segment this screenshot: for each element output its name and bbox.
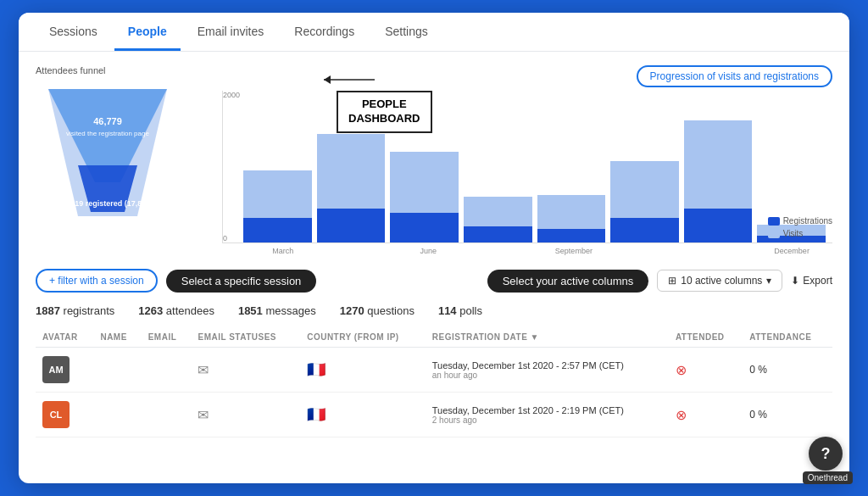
tab-email-invites[interactable]: Email invites (184, 13, 278, 51)
export-label: Export (803, 275, 832, 287)
avatar: AM (42, 356, 70, 383)
attendance-percentage: 0 % (749, 364, 767, 376)
x-axis-labels: MarchJuneSeptemberDecember (222, 243, 832, 255)
people-table-wrap: AVATAR NAME EMAIL EMAIL STATUSES COUNTRY… (36, 327, 832, 437)
cell-reg-date: Tuesday, December 1st 2020 - 2:57 PM (CE… (426, 348, 669, 393)
filter-bar: + filter with a session Select a specifi… (36, 269, 832, 293)
x-axis-label: March (249, 247, 317, 255)
tab-settings[interactable]: Settings (371, 13, 442, 51)
cell-email (142, 348, 192, 393)
tab-sessions[interactable]: Sessions (36, 13, 111, 51)
svg-text:8,319 registered (17,8%): 8,319 registered (17,8%) (64, 199, 152, 208)
bar-registrations (610, 218, 679, 242)
bar-registrations (390, 213, 459, 242)
col-avatar: AVATAR (36, 327, 93, 348)
session-select-label: Select a specific session (166, 270, 317, 293)
cell-avatar: AM (36, 348, 93, 393)
legend-dot-visits (768, 230, 780, 238)
cell-country: 🇫🇷 (300, 348, 426, 393)
registration-date: Tuesday, December 1st 2020 - 2:57 PM (CE… (432, 360, 662, 371)
x-axis-label (322, 247, 390, 255)
filter-session-button[interactable]: + filter with a session (36, 269, 158, 293)
x-axis-label: December (758, 247, 826, 255)
bar-visits (537, 195, 606, 229)
bar-visits (317, 134, 386, 209)
columns-icon: ⊞ (668, 275, 676, 287)
bar-registrations (243, 218, 312, 242)
email-status-icon: ✉ (198, 363, 209, 377)
svg-text:46,779: 46,779 (93, 116, 122, 126)
main-window: Sessions People Email invites Recordings… (19, 13, 849, 483)
bar-group (390, 152, 459, 242)
attended-icon: ⊗ (676, 363, 687, 377)
col-attendance: ATTENDANCE (743, 327, 832, 348)
col-country: COUNTRY (FROM IP) (300, 327, 426, 348)
bar-group (610, 161, 679, 242)
x-axis-label (686, 247, 754, 255)
country-flag: 🇫🇷 (307, 406, 326, 423)
attendance-percentage: 0 % (749, 409, 767, 421)
legend-label-visits: Visits (783, 229, 804, 238)
columns-btn-label: 10 active columns (681, 275, 762, 287)
table-row: CL✉🇫🇷Tuesday, December 1st 2020 - 2:19 P… (36, 393, 832, 437)
cell-reg-date: Tuesday, December 1st 2020 - 2:19 PM (CE… (426, 393, 669, 437)
bar-group (464, 197, 532, 242)
bar-chart: 2000 0 MarchJuneSeptemberDecember (222, 91, 832, 255)
chevron-down-icon: ▾ (766, 275, 771, 287)
bar-chart-inner: 2000 0 (222, 91, 832, 243)
active-columns-button[interactable]: ⊞ 10 active columns ▾ (657, 270, 782, 292)
x-axis-label (467, 247, 535, 255)
cell-avatar: CL (36, 393, 93, 437)
bar-visits (464, 197, 532, 226)
cell-name (93, 348, 141, 393)
cell-email (142, 393, 192, 437)
x-axis-label (613, 247, 681, 255)
bar-registrations (537, 229, 606, 242)
legend-dot-registrations (768, 217, 780, 226)
table-row: AM✉🇫🇷Tuesday, December 1st 2020 - 2:57 P… (36, 348, 832, 393)
stat-questions: 1270 questions (340, 304, 415, 317)
onethread-label: Onethread (803, 471, 853, 484)
stat-attendees: 1263 attendees (138, 304, 214, 317)
tab-recordings[interactable]: Recordings (281, 13, 368, 51)
bar-group (243, 170, 312, 242)
legend-visits: Visits (768, 229, 832, 238)
stat-messages: 1851 messages (238, 304, 316, 317)
col-name: NAME (93, 327, 141, 348)
registration-time-ago: an hour ago (432, 371, 662, 380)
col-attended: ATTENDED (669, 327, 743, 348)
progression-button[interactable]: Progression of visits and registrations (637, 65, 832, 87)
funnel-chart: 46,779 visited the registration page 8,3… (36, 81, 180, 225)
chart-area: Attendees funnel 46,779 visited the regi… (36, 65, 832, 255)
cell-email-status: ✉ (191, 348, 300, 393)
stat-polls: 114 polls (438, 304, 482, 317)
cell-email-status: ✉ (191, 393, 300, 437)
y-label-bottom: 0 (223, 234, 240, 242)
registration-time-ago: 2 hours ago (432, 415, 662, 425)
avatar: CL (42, 401, 70, 428)
legend-label-registrations: Registrations (783, 216, 832, 226)
cell-attendance-pct: 0 % (743, 348, 832, 393)
people-table: AVATAR NAME EMAIL EMAIL STATUSES COUNTRY… (36, 327, 832, 437)
people-dashboard-label: PEOPLEDASHBOARD (337, 91, 432, 133)
cell-attended: ⊗ (669, 393, 743, 437)
bar-group (317, 134, 386, 242)
cell-country: 🇫🇷 (300, 393, 426, 437)
export-button[interactable]: ⬇ Export (791, 275, 832, 287)
tab-bar: Sessions People Email invites Recordings… (19, 13, 849, 52)
page-body: Attendees funnel 46,779 visited the regi… (19, 52, 849, 451)
tab-people[interactable]: People (114, 13, 181, 51)
funnel-title: Attendees funnel (36, 65, 188, 75)
columns-select-label: Select your active columns (487, 270, 649, 293)
legend-registrations: Registrations (768, 216, 832, 226)
col-reg-date: REGISTRATION DATE ▼ (426, 327, 669, 348)
bar-visits (390, 152, 459, 213)
funnel-section: Attendees funnel 46,779 visited the regi… (36, 65, 188, 228)
bar-chart-section: Progression of visits and registrations … (222, 65, 832, 255)
bar-visits (610, 161, 679, 218)
x-axis-label: September (540, 247, 608, 255)
svg-text:visited the registration page: visited the registration page (66, 130, 149, 137)
help-button[interactable]: ? (809, 437, 843, 471)
email-status-icon: ✉ (198, 408, 209, 422)
cell-name (93, 393, 141, 437)
